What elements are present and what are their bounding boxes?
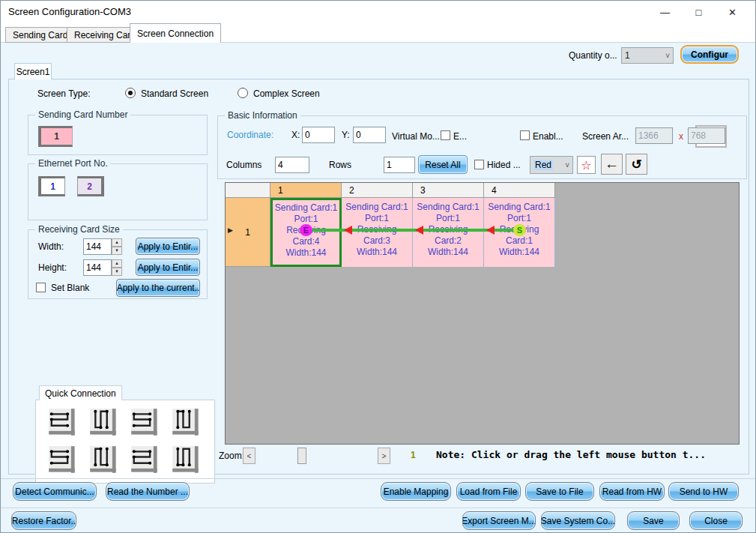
y-input[interactable] [353,127,386,143]
quick-pattern-2-icon[interactable] [89,408,118,436]
e-checkbox-label: E... [453,131,467,142]
close-button[interactable]: Close [689,511,743,530]
width-label: Width: [38,241,64,252]
grid-cell-2[interactable]: Sending Card:1 Port:1 Receiving Card:3 W… [342,198,413,267]
footer-divider [1,478,755,479]
ethernet-port-2[interactable]: 2 [77,176,104,196]
screen-configuration-window: Screen Configuration-COM3 — □ ✕ Sending … [0,0,756,533]
screen-type-label: Screen Type: [37,88,91,99]
columns-input[interactable] [275,157,309,173]
virtual-mode-checkbox[interactable] [441,130,450,140]
cell-line: Port:1 [342,213,412,224]
enable-checkbox[interactable] [520,130,530,140]
grid-corner-cell [226,183,270,198]
send-to-hw-button[interactable]: Send to HW [668,482,739,501]
zoom-slider-thumb[interactable] [297,448,306,464]
cell-line: Sending Card:1 [273,202,339,214]
rows-input[interactable] [384,157,415,173]
enable-mapping-button[interactable]: Enable Mapping [381,482,451,501]
restore-factory-button[interactable]: Restore Factor.. [11,511,76,530]
screen1-panel: Screen Type: Standard Screen Complex Scr… [8,79,749,475]
cell-line: Port:1 [484,213,554,224]
standard-screen-radio[interactable] [125,88,136,98]
hided-label: Hided ... [487,160,521,170]
sending-card-item[interactable]: 1 [38,126,73,147]
height-input[interactable] [83,259,112,276]
line-color-select[interactable]: Red ˅ [530,156,573,174]
cell-line: Port:1 [273,214,339,225]
quick-pattern-8-icon[interactable] [172,445,200,474]
apply-width-button[interactable]: Apply to Entir... [136,238,200,255]
grid-col-header-4[interactable]: 4 [484,183,555,198]
height-spinner[interactable]: ▲ ▼ [112,259,122,276]
save-button[interactable]: Save [627,511,680,530]
grid-cell-3[interactable]: Sending Card:1 Port:1 Receiving Card:2 W… [413,198,484,267]
read-number-button[interactable]: Read the Number ... [106,482,190,501]
spin-up-icon[interactable]: ▲ [112,259,122,268]
cell-line: Port:1 [413,213,483,224]
spin-down-icon[interactable]: ▼ [112,247,122,255]
tab-screen1[interactable]: Screen1 [14,63,52,79]
save-system-button[interactable]: Save System Co... [541,511,615,530]
tab-screen-connection[interactable]: Screen Connection [130,23,221,43]
grid-row-header-1[interactable]: ▶ 1 [226,198,270,267]
complex-screen-radio[interactable] [238,88,248,98]
detect-communication-button[interactable]: Detect Communic... [13,482,97,501]
x-input[interactable] [302,127,335,143]
grid-col-header-2[interactable]: 2 [342,183,413,198]
connection-end-marker: E [300,224,312,236]
quick-pattern-7-icon[interactable] [130,445,159,474]
screen-area-x-label: x [679,131,683,142]
spin-down-icon[interactable]: ▼ [112,268,122,276]
connection-arrow-left-icon [486,226,495,235]
apply-current-button[interactable]: Apply to the current.. [116,279,200,297]
width-input[interactable] [83,238,112,255]
quick-pattern-6-icon[interactable] [89,445,118,474]
spin-up-icon[interactable]: ▲ [112,238,122,247]
undo-arrow-icon[interactable]: ↺ [626,154,647,175]
tab-receiving-card-label: Receiving Card [74,30,136,40]
star-icon[interactable]: ☆ [577,156,596,174]
screen-area-height-input [688,127,725,144]
tab-sending-card[interactable]: Sending Card [5,27,75,43]
cell-line: Card:2 [413,235,483,247]
save-to-file-button[interactable]: Save to File [525,482,594,501]
back-arrow-icon[interactable]: ← [601,154,623,175]
coordinate-label: Coordinate: [227,130,273,140]
connection-grid[interactable]: 1 2 3 4 ▶ 1 Sending Card:1 Port:1 Receiv… [225,182,740,445]
rows-label: Rows [329,160,351,170]
sending-card-number-group: Sending Card Number 1 [28,115,208,155]
hided-checkbox[interactable] [474,160,484,169]
export-screen-button[interactable]: Export Screen M... [462,511,536,530]
zoom-in-button[interactable]: > [378,448,390,464]
cell-line: Card:4 [273,236,339,247]
col-header-label: 4 [492,185,497,196]
configure-button[interactable]: Configur [680,45,739,64]
read-from-hw-button[interactable]: Read from HW [599,482,665,501]
quantity-select[interactable]: 1 ˅ [621,47,674,64]
quick-pattern-5-icon[interactable] [48,445,76,474]
cell-line: Sending Card:1 [413,202,483,213]
grid-col-header-1[interactable]: 1 [270,183,342,198]
col-header-label: 3 [420,185,426,196]
maximize-icon[interactable]: □ [682,1,716,23]
grid-col-header-3[interactable]: 3 [413,183,484,198]
close-icon[interactable]: ✕ [716,1,749,23]
load-from-file-button[interactable]: Load from File [456,482,521,501]
quantity-label: Quantity o... [569,50,617,61]
quick-pattern-4-icon[interactable] [172,408,200,436]
ethernet-port-1[interactable]: 1 [38,176,65,196]
apply-height-button[interactable]: Apply to Entir... [136,259,200,276]
receiving-card-size-group: Receiving Card Size Width: ▲ ▼ Apply to … [28,229,208,299]
zoom-out-button[interactable]: < [243,448,255,464]
minimize-icon[interactable]: — [648,1,682,23]
row-header-label: 1 [226,198,270,266]
width-spinner[interactable]: ▲ ▼ [112,238,122,255]
zoom-value: 1 [411,450,416,460]
set-blank-checkbox[interactable] [36,283,46,292]
quick-pattern-1-icon[interactable] [48,408,76,436]
reset-all-button[interactable]: Reset All [418,155,468,174]
tab-sending-card-label: Sending Card [13,30,67,40]
col-header-label: 2 [349,185,354,196]
quick-pattern-3-icon[interactable] [130,408,159,436]
